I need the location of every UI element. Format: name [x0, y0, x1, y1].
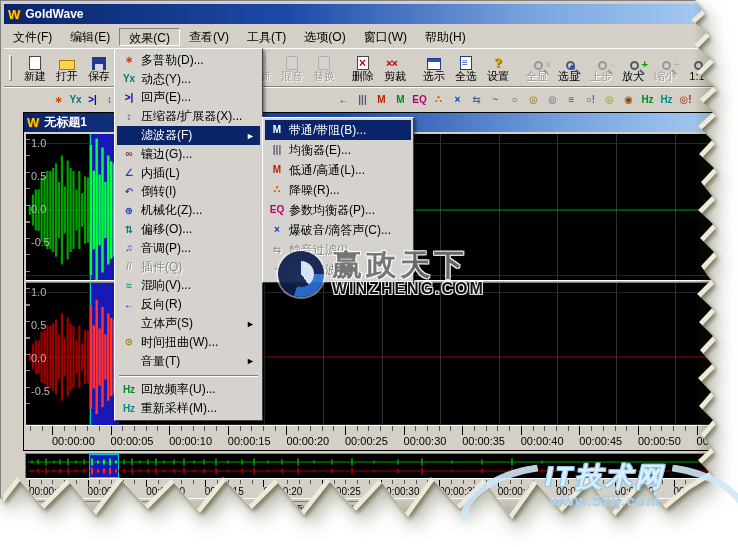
toolbar-button-label: 替换 — [313, 70, 335, 83]
menu-item[interactable]: Yx 动态(Y)... — [117, 70, 260, 89]
fx-icon: × — [455, 95, 461, 105]
fx-toolbar-button[interactable]: × — [448, 89, 467, 110]
menu-item[interactable]: 音量(T) ► — [117, 352, 260, 371]
menubar-item[interactable]: 工具(T) — [238, 28, 295, 46]
toolbar-button[interactable]: 删除 — [347, 51, 379, 84]
menu-item-icon: ↕ — [117, 112, 141, 122]
fx-toolbar-button[interactable]: ~ — [486, 89, 505, 110]
fx-toolbar-button[interactable]: ∗ — [50, 89, 67, 110]
toolbar-button[interactable]: 新建 — [19, 51, 51, 84]
toolbar-button[interactable]: 选示 — [418, 51, 450, 84]
submenu-item[interactable]: ||| 均衡器(E)... — [265, 140, 411, 160]
fx-toolbar-button[interactable]: ∴ — [429, 89, 448, 110]
toolbar-button[interactable]: 剪裁 — [379, 51, 411, 84]
toolbar-button[interactable]: 选显 — [553, 51, 585, 84]
menubar-item[interactable]: 效果(C) — [119, 28, 180, 46]
toolbar-button[interactable]: 全显 — [521, 51, 553, 84]
fx-toolbar-button[interactable]: M — [391, 89, 410, 110]
fx-toolbar-button[interactable]: ≡ — [562, 89, 581, 110]
amplitude-label: -0.5 — [31, 236, 50, 248]
toolbar-button-label: 选示 — [423, 70, 445, 83]
menu-item[interactable]: ∠ 内插(L) — [117, 164, 260, 183]
submenu-item-label: 带通/带阻(B)... — [289, 122, 366, 139]
fx-toolbar-button[interactable]: Hz — [657, 89, 676, 110]
menu-item[interactable]: Hz 重新采样(M)... — [117, 399, 260, 418]
time-ruler-labels: 00:00:0000:00:0500:00:1000:00:1500:00:20… — [52, 434, 738, 448]
submenu-item[interactable]: M 低通/高通(L)... — [265, 160, 411, 180]
fx-icon: ○ — [511, 95, 517, 105]
fx-toolbar-button[interactable]: >| — [84, 89, 101, 110]
toolbar-button[interactable]: 混音 — [276, 51, 308, 84]
menubar-item[interactable]: 编辑(E) — [61, 28, 119, 46]
fx-toolbar-button[interactable]: ◎ — [600, 89, 619, 110]
fx-toolbar-button[interactable]: ◎ — [524, 89, 543, 110]
menu-item[interactable]: Hz 回放频率(U)... — [117, 381, 260, 400]
toolbar-grip[interactable] — [9, 55, 12, 81]
menu-item-icon: Hz — [117, 404, 141, 414]
fx-toolbar-button[interactable]: ◎! — [676, 89, 695, 110]
menu-item[interactable]: 立体声(S) ► — [117, 314, 260, 333]
menu-item[interactable] — [119, 375, 258, 377]
menu-item[interactable]: ⊙ 时间扭曲(W)... — [117, 333, 260, 352]
fx-toolbar-button[interactable]: ⇆ — [467, 89, 486, 110]
menu-item[interactable]: ♫ 音调(P)... — [117, 239, 260, 258]
menu-item-label: 音调(P)... — [141, 240, 191, 257]
menubar-item[interactable]: 帮助(H) — [416, 28, 475, 46]
menu-item[interactable]: ↶ 倒转(I) — [117, 183, 260, 202]
toolbar-button[interactable]: 保存 — [83, 51, 115, 84]
menu-item-label: 回放频率(U)... — [141, 381, 216, 398]
menu-item[interactable]: ∗ 多普勒(D)... — [117, 51, 260, 70]
time-label: 00:00:30 — [404, 435, 463, 447]
amplitude-label: 1.0 — [31, 137, 46, 149]
menubar-item[interactable]: 窗口(W) — [355, 28, 416, 46]
menu-item[interactable]: ⊕ 机械化(Z)... — [117, 201, 260, 220]
toolbar-button[interactable]: 放大 — [617, 51, 649, 84]
menubar-item[interactable]: 文件(F) — [4, 28, 61, 46]
toolbar-button[interactable]: 打开 — [51, 51, 83, 84]
menu-item-label: 倒转(I) — [141, 183, 176, 200]
menu-item[interactable]: ∞ 镶边(G)... — [117, 145, 260, 164]
fx-toolbar-button[interactable]: ○ — [505, 89, 524, 110]
time-label: 00:00:35 — [462, 435, 521, 447]
fx-toolbar-button[interactable]: Yx — [67, 89, 84, 110]
submenu-item[interactable]: × 爆破音/滴答声(C)... — [265, 220, 411, 240]
submenu-item[interactable]: EQ 参数均衡器(P)... — [265, 200, 411, 220]
main-toolbar: 新建 打开 保存 粘新 混音 — [4, 48, 713, 86]
toolbar-button[interactable]: 上步 — [585, 51, 617, 84]
fx-toolbar-button[interactable]: ○! — [581, 89, 600, 110]
menu-item[interactable]: // 插件(Q) — [117, 258, 260, 277]
fx-toolbar-button[interactable]: EQ — [410, 89, 429, 110]
fx-toolbar-button[interactable]: ◎ — [543, 89, 562, 110]
menu-item[interactable]: ↕ 压缩器/扩展器(X)... — [117, 107, 260, 126]
fx-icon: EQ — [412, 95, 426, 105]
toolbar-button-icon — [598, 61, 607, 70]
submenu-item[interactable]: ∴ 降噪(R)... — [265, 180, 411, 200]
fx-toolbar-button[interactable]: ||| — [353, 89, 372, 110]
time-ruler[interactable]: 00:00:0000:00:0500:00:1000:00:1500:00:20… — [26, 425, 716, 449]
submenu-item[interactable]: M 带通/带阻(B)... — [265, 120, 411, 140]
toolbar-button[interactable]: 设置 — [482, 51, 514, 84]
title-bar[interactable]: W GoldWave — [4, 4, 713, 24]
menubar-item[interactable]: 查看(V) — [180, 28, 238, 46]
menu-item[interactable]: >| 回声(E)... — [117, 89, 260, 108]
menu-item[interactable]: ≈ 混响(V)... — [117, 277, 260, 296]
fx-toolbar-button[interactable]: M — [372, 89, 391, 110]
menu-item-label: 音量(T) — [141, 353, 180, 370]
watermark-cn-text: 赢政天下 — [332, 250, 485, 280]
time-label: 00:00:50 — [638, 435, 697, 447]
toolbar-button[interactable]: 全选 — [450, 51, 482, 84]
time-label: 00:00:10 — [169, 435, 228, 447]
toolbar-button[interactable]: 缩小 — [649, 51, 681, 84]
menu-item-label: 多普勒(D)... — [141, 52, 204, 69]
fx-toolbar-button[interactable]: ◉ — [619, 89, 638, 110]
menu-item[interactable]: ⇅ 偏移(O)... — [117, 220, 260, 239]
menu-item[interactable]: 滤波器(F) ► — [117, 126, 260, 145]
toolbar-button-label: 打开 — [56, 70, 78, 83]
menu-item[interactable]: ← 反向(R) — [117, 295, 260, 314]
toolbar-button[interactable]: 替换 — [308, 51, 340, 84]
submenu-item-icon: M — [265, 125, 289, 135]
effects-menu: ∗ 多普勒(D)... Yx 动态(Y)... >| 回声(E)... ↕ 压缩… — [114, 48, 263, 421]
menubar-item[interactable]: 选项(O) — [295, 28, 354, 46]
fx-toolbar-button[interactable]: Hz — [638, 89, 657, 110]
fx-toolbar-button[interactable]: ← — [334, 89, 353, 110]
